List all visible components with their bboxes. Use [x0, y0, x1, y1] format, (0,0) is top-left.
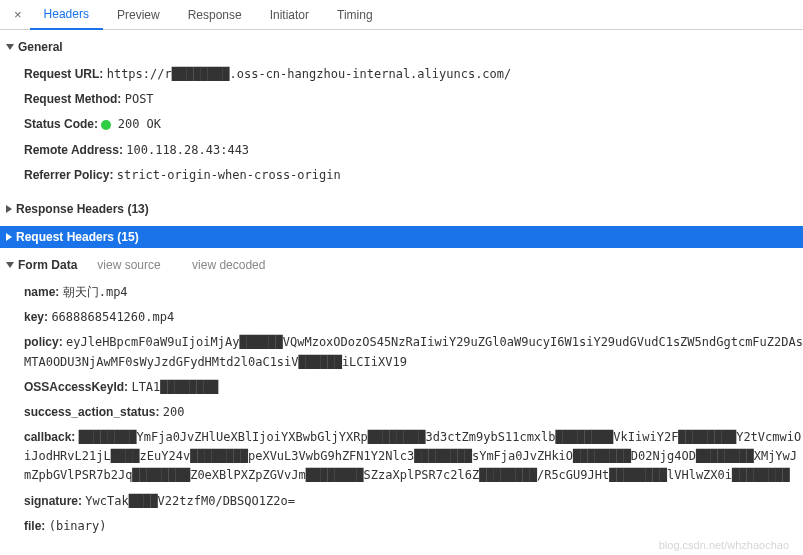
form-data-sublinks: view source view decoded: [97, 258, 293, 272]
section-title: Form Data: [18, 258, 77, 272]
chevron-down-icon: [6, 262, 14, 268]
value: strict-origin-when-cross-origin: [117, 168, 341, 182]
tab-timing[interactable]: Timing: [323, 1, 387, 29]
tab-response[interactable]: Response: [174, 1, 256, 29]
label: Status Code:: [24, 117, 98, 131]
row-request-method: Request Method: POST: [24, 87, 803, 112]
row-file: file: (binary): [24, 514, 803, 539]
tab-initiator[interactable]: Initiator: [256, 1, 323, 29]
chevron-down-icon: [6, 44, 14, 50]
view-source-link[interactable]: view source: [97, 258, 160, 272]
section-header-general[interactable]: General: [0, 36, 803, 58]
value: LTA1████████: [131, 380, 218, 394]
value: ████████YmFja0JvZHlUeXBlIjoiYXBwbGljYXRp…: [24, 430, 801, 482]
label: signature:: [24, 494, 82, 508]
devtools-tabs: × Headers Preview Response Initiator Tim…: [0, 0, 803, 30]
view-decoded-link[interactable]: view decoded: [192, 258, 265, 272]
chevron-right-icon: [6, 205, 12, 213]
section-title: General: [18, 40, 63, 54]
label: Request URL:: [24, 67, 103, 81]
watermark: blog.csdn.net/whzhaochao: [659, 539, 789, 551]
value: 100.118.28.43:443: [126, 143, 249, 157]
value: YwcTak████V22tzfM0/DBSQO1Z2o=: [85, 494, 295, 508]
section-response-headers: Response Headers (13): [0, 198, 803, 220]
row-oss-key: OSSAccessKeyId: LTA1████████: [24, 375, 803, 400]
label: callback:: [24, 430, 75, 444]
value: POST: [125, 92, 154, 106]
section-general: General Request URL: https://r████████.o…: [0, 36, 803, 192]
row-signature: signature: YwcTak████V22tzfM0/DBSQO1Z2o=: [24, 489, 803, 514]
label: success_action_status:: [24, 405, 159, 419]
form-data-list: name: 朝天门.mp4 key: 6688868541260.mp4 pol…: [0, 276, 803, 543]
label: name:: [24, 285, 59, 299]
row-remote-address: Remote Address: 100.118.28.43:443: [24, 138, 803, 163]
general-list: Request URL: https://r████████.oss-cn-ha…: [0, 58, 803, 192]
label: OSSAccessKeyId:: [24, 380, 128, 394]
row-callback: callback: ████████YmFja0JvZHlUeXBlIjoiYX…: [24, 425, 803, 489]
section-header-formdata[interactable]: Form Data view source view decoded: [0, 254, 803, 276]
label: file:: [24, 519, 45, 533]
section-header-response[interactable]: Response Headers (13): [0, 198, 803, 220]
label: policy:: [24, 335, 63, 349]
row-key: key: 6688868541260.mp4: [24, 305, 803, 330]
value: https://r████████.oss-cn-hangzhou-intern…: [107, 67, 512, 81]
row-request-url: Request URL: https://r████████.oss-cn-ha…: [24, 62, 803, 87]
value: 200: [163, 405, 185, 419]
section-form-data: Form Data view source view decoded name:…: [0, 254, 803, 543]
tab-preview[interactable]: Preview: [103, 1, 174, 29]
status-dot-icon: [101, 120, 111, 130]
value: 6688868541260.mp4: [51, 310, 174, 324]
label: Request Method:: [24, 92, 121, 106]
row-name: name: 朝天门.mp4: [24, 280, 803, 305]
row-referrer-policy: Referrer Policy: strict-origin-when-cros…: [24, 163, 803, 188]
row-success-status: success_action_status: 200: [24, 400, 803, 425]
label: Remote Address:: [24, 143, 123, 157]
tab-headers[interactable]: Headers: [30, 0, 103, 30]
section-title: Response Headers (13): [16, 202, 149, 216]
value: (binary): [49, 519, 107, 533]
row-status-code: Status Code: 200 OK: [24, 112, 803, 137]
section-title: Request Headers (15): [16, 230, 139, 244]
value: 朝天门.mp4: [63, 285, 128, 299]
close-icon[interactable]: ×: [6, 7, 30, 22]
section-request-headers: Request Headers (15): [0, 226, 803, 248]
value: eyJleHBpcmF0aW9uIjoiMjAy██████VQwMzoxODo…: [24, 335, 803, 368]
section-header-request[interactable]: Request Headers (15): [0, 226, 803, 248]
value: 200 OK: [118, 117, 161, 131]
label: Referrer Policy:: [24, 168, 113, 182]
row-policy: policy: eyJleHBpcmF0aW9uIjoiMjAy██████VQ…: [24, 330, 803, 374]
chevron-right-icon: [6, 233, 12, 241]
label: key:: [24, 310, 48, 324]
